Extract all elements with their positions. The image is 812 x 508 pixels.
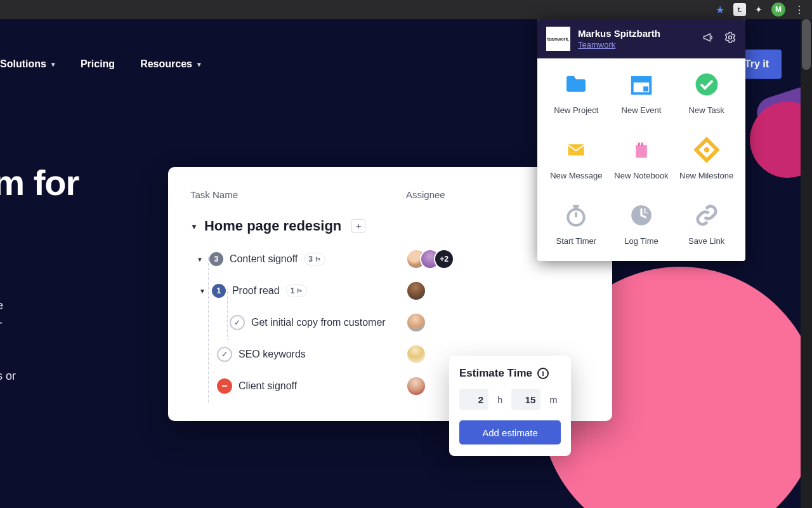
- envelope-icon: [563, 137, 589, 163]
- nav-pricing-label: Pricing: [81, 58, 115, 70]
- hero-text: every billable delivered on-: [0, 297, 3, 331]
- table-row[interactable]: ▼ 3 Content signoff 3 +2: [190, 243, 596, 275]
- task-name: SEO keywords: [239, 349, 306, 360]
- assignee-stack[interactable]: [406, 344, 426, 364]
- nav-resources[interactable]: Resources ▾: [140, 58, 201, 70]
- task-name: Proof read: [232, 285, 280, 297]
- action-log-time[interactable]: L Log Time: [609, 202, 674, 246]
- col-assignee: Assignee: [406, 189, 445, 200]
- nav-solutions[interactable]: Solutions ▾: [0, 58, 55, 70]
- chevron-down-icon: ▾: [51, 60, 55, 69]
- bookmark-star-icon[interactable]: ★: [716, 4, 724, 16]
- svg-rect-3: [643, 86, 648, 91]
- link-icon: [693, 202, 720, 229]
- action-start-timer[interactable]: Start Timer: [544, 202, 609, 246]
- action-new-milestone[interactable]: New Milestone: [674, 137, 739, 180]
- subtask-badge: 3: [304, 253, 325, 265]
- nav-pricing[interactable]: Pricing: [81, 58, 115, 70]
- table-row[interactable]: ✓ Get initial copy from customer: [190, 307, 596, 338]
- action-new-event[interactable]: New Event: [609, 71, 674, 115]
- subtask-badge: 1: [286, 284, 308, 297]
- nav-solutions-label: Solutions: [0, 58, 46, 70]
- col-task: Task Name: [190, 189, 406, 200]
- teamwork-logo: teamwork.: [546, 27, 570, 51]
- complete-circle-icon[interactable]: ✓: [230, 315, 245, 330]
- add-estimate-button[interactable]: Add estimate: [459, 420, 561, 444]
- task-group[interactable]: ▼ Home page redesign +: [190, 214, 596, 243]
- svg-point-0: [729, 36, 732, 39]
- try-it-label: Try it: [745, 58, 769, 69]
- remove-circle-icon[interactable]: −: [217, 378, 232, 394]
- profile-avatar[interactable]: M: [771, 3, 785, 17]
- table-row[interactable]: ▼ 1 Proof read 1: [190, 275, 596, 307]
- action-label: Save Link: [688, 236, 724, 246]
- svg-point-4: [695, 74, 717, 96]
- browser-toolbar: ★ t. ✦ M ⋮: [0, 0, 812, 19]
- subtask-count-badge: 1: [212, 284, 226, 298]
- folder-icon: [563, 71, 589, 98]
- browser-menu-icon[interactable]: ⋮: [794, 4, 804, 16]
- task-name: Content signoff: [230, 253, 298, 265]
- extensions-puzzle-icon[interactable]: ✦: [755, 4, 763, 15]
- assignee-stack[interactable]: [406, 281, 426, 301]
- notebook-icon: [628, 137, 655, 163]
- action-label: New Message: [550, 171, 602, 180]
- action-new-project[interactable]: New Project: [544, 71, 609, 115]
- decor-circle-small: [739, 91, 801, 189]
- action-save-link[interactable]: Save Link: [674, 202, 739, 246]
- assignee-stack[interactable]: [406, 312, 426, 333]
- assignee-stack[interactable]: [406, 376, 426, 396]
- svg-text:L: L: [644, 207, 648, 215]
- complete-circle-icon[interactable]: ✓: [217, 347, 232, 362]
- action-label: Start Timer: [556, 236, 597, 246]
- task-name: Client signoff: [239, 380, 297, 392]
- info-icon[interactable]: i: [537, 368, 549, 379]
- scrollbar-thumb[interactable]: [802, 19, 811, 70]
- collapse-triangle-icon[interactable]: ▼: [197, 256, 203, 263]
- avatar: [406, 312, 426, 333]
- extension-actions-grid: New Project New Event New Task New Messa…: [537, 58, 745, 261]
- gear-icon[interactable]: [724, 31, 737, 46]
- hours-input[interactable]: 2: [459, 389, 488, 410]
- svg-rect-8: [638, 143, 640, 146]
- scrollbar[interactable]: [801, 19, 812, 508]
- action-label: New Milestone: [679, 171, 733, 180]
- action-label: Log Time: [624, 236, 658, 246]
- svg-rect-5: [568, 144, 584, 156]
- svg-point-11: [568, 210, 584, 225]
- action-new-task[interactable]: New Task: [674, 71, 739, 115]
- action-label: New Event: [622, 105, 662, 115]
- calendar-icon: [628, 71, 655, 98]
- action-new-message[interactable]: New Message: [544, 137, 609, 180]
- add-estimate-label: Add estimate: [482, 427, 538, 438]
- extension-popup: teamwork. Markus Spitzbarth Teamwork New…: [537, 19, 745, 261]
- subtask-count-badge: 3: [209, 252, 223, 266]
- svg-rect-9: [641, 143, 643, 146]
- estimate-popover: Estimate Time i 2 h 15 m Add estimate: [449, 356, 571, 456]
- minutes-input[interactable]: 15: [511, 389, 540, 410]
- avatar: [406, 376, 426, 396]
- avatar: [406, 281, 426, 301]
- more-assignees-badge: +2: [434, 249, 454, 269]
- megaphone-icon[interactable]: [702, 31, 715, 46]
- nav-resources-label: Resources: [140, 58, 192, 70]
- collapse-triangle-icon[interactable]: ▼: [199, 288, 206, 295]
- milestone-diamond-icon: [693, 137, 720, 163]
- action-label: New Task: [689, 105, 724, 115]
- collapse-triangle-icon[interactable]: ▼: [190, 222, 198, 231]
- task-name: Get initial copy from customer: [251, 317, 386, 328]
- table-header: Task Name Assignee: [190, 189, 596, 214]
- estimate-title: Estimate Time: [459, 367, 532, 380]
- hours-label: h: [497, 394, 502, 405]
- extension-badge-icon[interactable]: t.: [733, 3, 746, 16]
- group-title: Home page redesign: [204, 218, 341, 234]
- org-link[interactable]: Teamwork: [578, 40, 615, 50]
- extension-header: teamwork. Markus Spitzbarth Teamwork: [537, 19, 745, 58]
- chevron-down-icon: ▾: [197, 60, 201, 69]
- assignee-stack[interactable]: +2: [406, 249, 454, 269]
- hero-text: t, everythingces business or: [0, 351, 16, 385]
- minutes-label: m: [549, 394, 558, 405]
- add-task-button[interactable]: +: [351, 219, 365, 233]
- action-new-notebook[interactable]: New Notebook: [609, 137, 674, 180]
- clock-icon: L: [628, 202, 655, 229]
